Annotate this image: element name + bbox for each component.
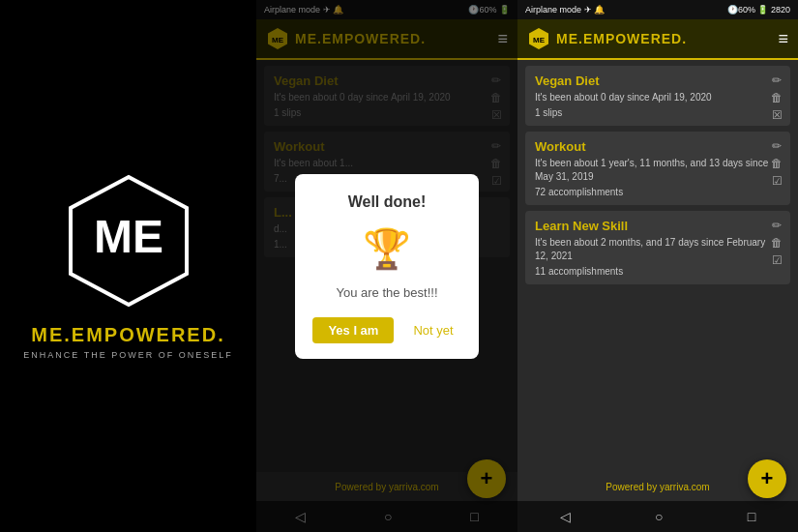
nav-home-right[interactable]: ○: [655, 509, 663, 524]
footer-site-right[interactable]: yarriva.com: [660, 482, 710, 492]
check-icon-workout-right[interactable]: ☑: [771, 174, 783, 188]
dialog-title: Well done!: [348, 193, 427, 211]
habit-card-workout-right: Workout It's been about 1 year's, 11 mon…: [525, 132, 790, 205]
trophy-icon: 🏆: [363, 226, 411, 272]
svg-text:ME: ME: [94, 211, 163, 262]
dialog-buttons: Yes I am Not yet: [310, 317, 463, 343]
edit-icon-vegan-right[interactable]: ✏: [771, 74, 783, 87]
nav-recent-right[interactable]: □: [748, 509, 755, 524]
dialog-no-button[interactable]: Not yet: [405, 317, 460, 343]
vegan-desc-right: It's been about 0 day since April 19, 20…: [535, 91, 781, 104]
fab-right[interactable]: +: [748, 459, 786, 498]
status-left-right: Airplane mode ✈ 🔔: [525, 5, 605, 15]
nav-bar-right: ◁ ○ □: [517, 501, 798, 532]
vegan-actions-right: ✏ 🗑 ☒: [771, 74, 783, 122]
dialog-overlay: Well done! 🏆 You are the best!!! Yes I a…: [256, 0, 517, 532]
app-header-right: ME ME.EMPOWERED. ≡: [517, 19, 798, 60]
vegan-stat-right: 1 slips: [535, 107, 781, 118]
workout-stat-right: 72 accomplishments: [535, 187, 781, 197]
middle-panel: Airplane mode ✈ 🔔 🕐60% 🔋 ME ME.EMPOWERED…: [256, 0, 517, 532]
nav-back-right[interactable]: ◁: [560, 509, 571, 524]
dialog-box: Well done! 🏆 You are the best!!! Yes I a…: [295, 174, 479, 359]
status-right-right: 🕐60% 🔋 2820: [727, 5, 790, 15]
check-icon-learn-right[interactable]: ☑: [771, 253, 783, 267]
right-panel: Airplane mode ✈ 🔔 🕐60% 🔋 2820 ME ME.EMPO…: [517, 0, 798, 532]
logo-hexagon: ME: [61, 173, 196, 309]
workout-actions-right: ✏ 🗑 ☑: [771, 139, 783, 188]
edit-icon-workout-right[interactable]: ✏: [771, 139, 783, 153]
learn-desc-right: It's been about 2 months, and 17 days si…: [535, 236, 781, 263]
delete-icon-workout-right[interactable]: 🗑: [771, 157, 783, 170]
workout-desc-right: It's been about 1 year's, 11 months, and…: [535, 157, 781, 184]
delete-icon-vegan-right[interactable]: 🗑: [771, 91, 783, 104]
delete-icon-learn-right[interactable]: 🗑: [771, 236, 783, 250]
learn-actions-right: ✏ 🗑 ☑: [771, 219, 783, 267]
dialog-message: You are the best!!!: [336, 285, 437, 300]
header-hex-icon-right: ME: [527, 27, 550, 50]
status-airplane-right: Airplane mode ✈ 🔔: [525, 5, 605, 15]
logo-tagline: ENHANCE THE POWER OF ONESELF: [23, 350, 232, 360]
logo-main-name: ME.EMPOWERED.: [23, 324, 232, 346]
habit-card-vegan-right: Vegan Diet It's been about 0 day since A…: [525, 66, 790, 126]
left-panel: ME ME.EMPOWERED. ENHANCE THE POWER OF ON…: [0, 0, 256, 532]
svg-text:ME: ME: [533, 36, 546, 44]
learn-title-right: Learn New Skill: [535, 219, 781, 233]
close-icon-vegan-right[interactable]: ☒: [771, 108, 783, 122]
logo-text-area: ME.EMPOWERED. ENHANCE THE POWER OF ONESE…: [23, 324, 232, 360]
status-battery-right: 🕐60% 🔋 2820: [727, 5, 790, 15]
edit-icon-learn-right[interactable]: ✏: [771, 219, 783, 232]
header-logo-right: ME ME.EMPOWERED.: [527, 27, 687, 50]
workout-title-right: Workout: [535, 139, 781, 154]
vegan-title-right: Vegan Diet: [535, 74, 781, 88]
header-app-name-right: ME.EMPOWERED.: [556, 31, 687, 46]
dialog-yes-button[interactable]: Yes I am: [312, 317, 394, 343]
app-content-right: Vegan Diet It's been about 0 day since A…: [517, 60, 798, 472]
learn-stat-right: 11 accomplishments: [535, 266, 781, 277]
habit-card-learn-right: Learn New Skill It's been about 2 months…: [525, 211, 790, 284]
status-bar-right: Airplane mode ✈ 🔔 🕐60% 🔋 2820: [517, 0, 798, 19]
menu-icon-right[interactable]: ≡: [778, 29, 788, 49]
